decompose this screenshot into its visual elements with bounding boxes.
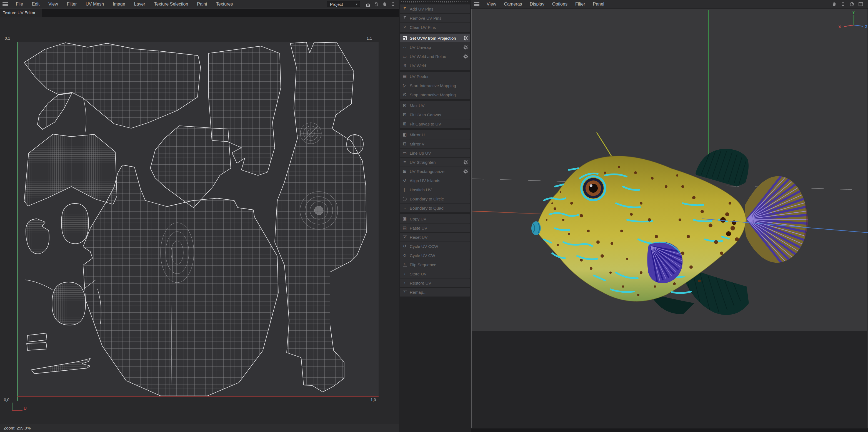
- palette-item-uv-unwrap[interactable]: ▱UV Unwrap: [400, 43, 470, 52]
- menu-layer[interactable]: Layer: [130, 0, 150, 8]
- palette-item-remove-uv-pins[interactable]: Remove UV Pins: [400, 13, 470, 23]
- texture-source-dropdown[interactable]: Project ▾: [327, 1, 360, 7]
- palette-item-clear-uv-pins[interactable]: ×Clear UV Pins: [400, 23, 470, 32]
- menu-file[interactable]: File: [11, 0, 28, 8]
- palette-item-mirror-v[interactable]: ⊟Mirror V: [400, 139, 470, 148]
- uv-commands-palette: Add UV PinsRemove UV Pins×Clear UV PinsS…: [399, 0, 471, 432]
- play-icon: ▷: [402, 83, 408, 88]
- palette-item-start-interactive-mapping[interactable]: ▷Start Interactive Mapping: [400, 81, 470, 90]
- palette-item-flip-sequence[interactable]: ⇅Flip Sequence: [400, 260, 470, 269]
- palette-item-unstitch-uv[interactable]: ∥Unstitch UV: [400, 185, 470, 194]
- vp-menu-options[interactable]: Options: [548, 0, 571, 8]
- gear-icon[interactable]: [463, 45, 468, 50]
- tab-strip: Texture UV Editor: [0, 8, 399, 16]
- boundary-circle-icon: →: [402, 196, 408, 202]
- vp-menu-cameras[interactable]: Cameras: [500, 0, 526, 8]
- palette-item-restore-uv[interactable]: ↑Restore UV: [400, 278, 470, 287]
- orbit-icon[interactable]: [849, 1, 855, 7]
- palette-item-boundary-to-circle[interactable]: →Boundary to Circle: [400, 194, 470, 203]
- lock-open-icon[interactable]: [374, 1, 379, 7]
- palette-item-uv-rectangularize[interactable]: ⊞UV Rectangularize: [400, 167, 470, 176]
- palette-item-label: Fit Canvas to UV: [410, 122, 468, 126]
- palette-item-label: UV Unwrap: [410, 45, 463, 50]
- palette-item-uv-weld[interactable]: [{]UV Weld: [400, 61, 470, 70]
- palette-rows: Add UV PinsRemove UV Pins×Clear UV PinsS…: [399, 4, 471, 297]
- pan-hand-icon[interactable]: [831, 1, 837, 7]
- gear-icon[interactable]: [463, 169, 468, 174]
- boundary-quad-icon: →: [402, 205, 408, 211]
- weld-relax-icon: ▭: [402, 54, 408, 59]
- palette-item-cycle-uv-cw[interactable]: ↻Cycle UV CW: [400, 251, 470, 260]
- cycle-ccw-icon: ↺: [402, 243, 408, 249]
- palette-item-max-uv[interactable]: ⊠Max UV: [400, 101, 470, 110]
- gear-icon[interactable]: [463, 36, 468, 40]
- palette-item-set-uvw-from-projection[interactable]: Set UVW from Projection: [400, 34, 470, 42]
- histogram-icon[interactable]: [365, 1, 371, 7]
- menu-view[interactable]: View: [44, 0, 62, 8]
- pan-hand-icon[interactable]: [382, 1, 388, 7]
- palette-item-fit-canvas-to-uv[interactable]: ⊞Fit Canvas to UV: [400, 120, 470, 128]
- hamburger-menu-icon[interactable]: [2, 2, 8, 6]
- palette-item-label: Boundary to Quad: [410, 206, 468, 210]
- uv-corner-label-01: 0,1: [5, 36, 10, 40]
- palette-item-fit-uv-to-canvas[interactable]: ⊡Fit UV to Canvas: [400, 110, 470, 119]
- palette-drag-handle[interactable]: [401, 1, 469, 4]
- palette-item-store-uv[interactable]: ↓Store UV: [400, 269, 470, 278]
- maximize-view-icon[interactable]: [858, 1, 864, 7]
- line-up-icon: ▭: [402, 150, 408, 156]
- vp-menu-filter[interactable]: Filter: [571, 0, 589, 8]
- uv-island: [61, 203, 89, 244]
- max-uv-icon: ⊠: [402, 103, 408, 108]
- palette-item-reset-uv[interactable]: ↺Reset UV: [400, 233, 470, 241]
- menu-paint[interactable]: Paint: [192, 0, 211, 8]
- viewport-scene: Y X Z: [472, 9, 868, 429]
- uv-editor-area[interactable]: 0,1 1,1 0,0 1,0: [0, 16, 399, 424]
- vp-menu-view[interactable]: View: [483, 0, 500, 8]
- palette-item-copy-uv[interactable]: ▣Copy UV: [400, 214, 470, 223]
- pan-vertical-icon[interactable]: [840, 1, 846, 7]
- uv-island: [31, 358, 90, 374]
- uv-island: [83, 165, 278, 396]
- palette-item-uv-straighten[interactable]: ≡UV Straighten: [400, 158, 470, 167]
- menu-edit[interactable]: Edit: [28, 0, 44, 8]
- palette-item-remap[interactable]: \Remap...: [400, 288, 470, 297]
- gear-icon[interactable]: [463, 160, 468, 165]
- vp-menu-display[interactable]: Display: [526, 0, 548, 8]
- palette-item-label: Paste UV: [410, 226, 468, 230]
- mirror-v-icon: ⊟: [402, 141, 408, 146]
- uv-axis-u-label: U: [24, 406, 27, 411]
- palette-item-cycle-uv-ccw[interactable]: ↺Cycle UV CCW: [400, 242, 470, 251]
- tab-texture-uv-editor[interactable]: Texture UV Editor: [0, 9, 42, 16]
- palette-item-uv-weld-and-relax[interactable]: ▭UV Weld and Relax: [400, 52, 470, 61]
- palette-item-label: Unstitch UV: [410, 188, 468, 192]
- gear-icon[interactable]: [463, 54, 468, 59]
- menu-image[interactable]: Image: [108, 0, 129, 8]
- palette-item-line-up-uv[interactable]: ▭Line Up UV: [400, 148, 470, 158]
- uv-v-axis-line: [17, 42, 18, 401]
- restore-icon: ↑: [402, 280, 408, 286]
- palette-item-align-uv-islands[interactable]: ↺Align UV Islands: [400, 176, 470, 185]
- palette-item-boundary-to-quad[interactable]: →Boundary to Quad: [400, 203, 470, 212]
- palette-item-label: Cycle UV CCW: [410, 244, 468, 249]
- palette-item-add-uv-pins[interactable]: Add UV Pins: [400, 4, 470, 13]
- palette-item-stop-interactive-mapping[interactable]: ∅Stop Interactive Mapping: [400, 90, 470, 99]
- application-window: FileEditViewFilterUV MeshImageLayerTextu…: [0, 0, 868, 432]
- uv-corner-label-11: 1,1: [367, 36, 372, 40]
- pan-vertical-icon[interactable]: [390, 1, 396, 7]
- menu-filter[interactable]: Filter: [62, 0, 82, 8]
- palette-item-mirror-u[interactable]: ◧Mirror U: [400, 130, 470, 139]
- hamburger-menu-icon[interactable]: [474, 2, 479, 6]
- menu-texture-selection[interactable]: Texture Selection: [150, 0, 193, 8]
- viewport-3d[interactable]: Y X Z: [471, 9, 867, 428]
- viewport-menus: ViewCamerasDisplayOptionsFilterPanel: [483, 0, 608, 8]
- uv-island: [275, 42, 366, 392]
- uv-canvas[interactable]: [18, 42, 379, 396]
- menu-textures[interactable]: Textures: [212, 0, 237, 8]
- palette-item-uv-peeler[interactable]: ▤UV Peeler: [400, 72, 470, 81]
- vp-menu-panel[interactable]: Panel: [589, 0, 608, 8]
- rectangularize-icon: ⊞: [402, 169, 408, 174]
- uv-island: [24, 43, 200, 129]
- palette-item-paste-uv[interactable]: ▤Paste UV: [400, 224, 470, 232]
- zoom-level-text: Zoom: 259.0%: [4, 426, 31, 430]
- menu-uv-mesh[interactable]: UV Mesh: [81, 0, 108, 8]
